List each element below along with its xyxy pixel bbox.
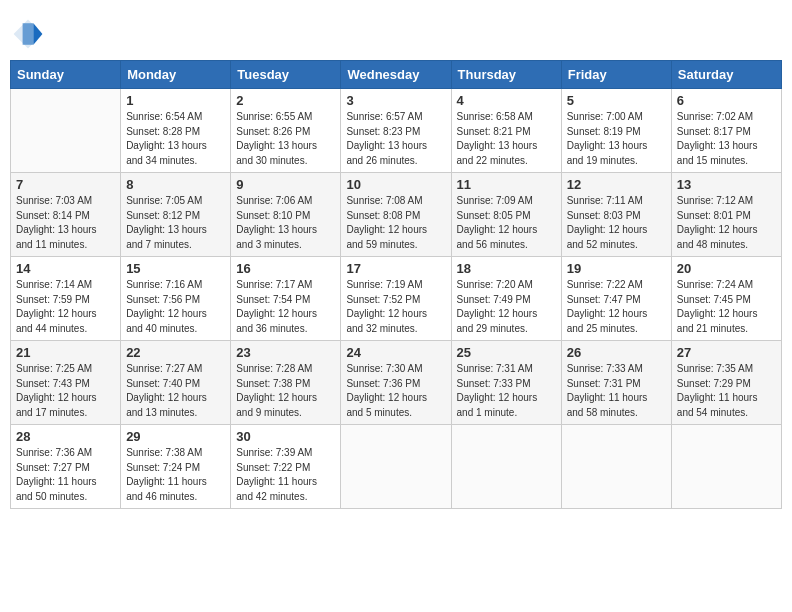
day-info: Sunrise: 7:11 AM Sunset: 8:03 PM Dayligh… (567, 194, 666, 252)
day-info: Sunrise: 7:38 AM Sunset: 7:24 PM Dayligh… (126, 446, 225, 504)
col-header-tuesday: Tuesday (231, 61, 341, 89)
day-number: 13 (677, 177, 776, 192)
calendar-cell: 13Sunrise: 7:12 AM Sunset: 8:01 PM Dayli… (671, 173, 781, 257)
col-header-thursday: Thursday (451, 61, 561, 89)
day-info: Sunrise: 6:55 AM Sunset: 8:26 PM Dayligh… (236, 110, 335, 168)
day-info: Sunrise: 7:33 AM Sunset: 7:31 PM Dayligh… (567, 362, 666, 420)
day-number: 25 (457, 345, 556, 360)
calendar-cell: 29Sunrise: 7:38 AM Sunset: 7:24 PM Dayli… (121, 425, 231, 509)
calendar-cell: 15Sunrise: 7:16 AM Sunset: 7:56 PM Dayli… (121, 257, 231, 341)
day-info: Sunrise: 7:30 AM Sunset: 7:36 PM Dayligh… (346, 362, 445, 420)
logo (10, 16, 50, 52)
calendar-cell: 10Sunrise: 7:08 AM Sunset: 8:08 PM Dayli… (341, 173, 451, 257)
day-number: 10 (346, 177, 445, 192)
col-header-wednesday: Wednesday (341, 61, 451, 89)
day-number: 11 (457, 177, 556, 192)
day-info: Sunrise: 7:20 AM Sunset: 7:49 PM Dayligh… (457, 278, 556, 336)
day-number: 17 (346, 261, 445, 276)
calendar-cell: 16Sunrise: 7:17 AM Sunset: 7:54 PM Dayli… (231, 257, 341, 341)
calendar-cell: 4Sunrise: 6:58 AM Sunset: 8:21 PM Daylig… (451, 89, 561, 173)
day-number: 24 (346, 345, 445, 360)
day-number: 21 (16, 345, 115, 360)
day-number: 3 (346, 93, 445, 108)
day-info: Sunrise: 7:36 AM Sunset: 7:27 PM Dayligh… (16, 446, 115, 504)
calendar-cell: 8Sunrise: 7:05 AM Sunset: 8:12 PM Daylig… (121, 173, 231, 257)
day-number: 5 (567, 93, 666, 108)
calendar-cell (671, 425, 781, 509)
col-header-saturday: Saturday (671, 61, 781, 89)
calendar-cell: 14Sunrise: 7:14 AM Sunset: 7:59 PM Dayli… (11, 257, 121, 341)
day-info: Sunrise: 7:25 AM Sunset: 7:43 PM Dayligh… (16, 362, 115, 420)
calendar-header-row: SundayMondayTuesdayWednesdayThursdayFrid… (11, 61, 782, 89)
calendar-table: SundayMondayTuesdayWednesdayThursdayFrid… (10, 60, 782, 509)
day-info: Sunrise: 7:12 AM Sunset: 8:01 PM Dayligh… (677, 194, 776, 252)
logo-icon (10, 16, 46, 52)
day-number: 22 (126, 345, 225, 360)
day-info: Sunrise: 7:02 AM Sunset: 8:17 PM Dayligh… (677, 110, 776, 168)
day-info: Sunrise: 7:22 AM Sunset: 7:47 PM Dayligh… (567, 278, 666, 336)
day-number: 4 (457, 93, 556, 108)
day-number: 29 (126, 429, 225, 444)
calendar-cell: 23Sunrise: 7:28 AM Sunset: 7:38 PM Dayli… (231, 341, 341, 425)
day-info: Sunrise: 7:08 AM Sunset: 8:08 PM Dayligh… (346, 194, 445, 252)
day-info: Sunrise: 7:19 AM Sunset: 7:52 PM Dayligh… (346, 278, 445, 336)
day-info: Sunrise: 7:14 AM Sunset: 7:59 PM Dayligh… (16, 278, 115, 336)
day-number: 2 (236, 93, 335, 108)
day-info: Sunrise: 7:16 AM Sunset: 7:56 PM Dayligh… (126, 278, 225, 336)
day-number: 18 (457, 261, 556, 276)
day-info: Sunrise: 7:27 AM Sunset: 7:40 PM Dayligh… (126, 362, 225, 420)
calendar-cell (561, 425, 671, 509)
calendar-cell: 24Sunrise: 7:30 AM Sunset: 7:36 PM Dayli… (341, 341, 451, 425)
day-number: 15 (126, 261, 225, 276)
calendar-cell: 1Sunrise: 6:54 AM Sunset: 8:28 PM Daylig… (121, 89, 231, 173)
day-number: 28 (16, 429, 115, 444)
day-info: Sunrise: 7:35 AM Sunset: 7:29 PM Dayligh… (677, 362, 776, 420)
calendar-week-row: 14Sunrise: 7:14 AM Sunset: 7:59 PM Dayli… (11, 257, 782, 341)
day-info: Sunrise: 7:05 AM Sunset: 8:12 PM Dayligh… (126, 194, 225, 252)
day-info: Sunrise: 7:31 AM Sunset: 7:33 PM Dayligh… (457, 362, 556, 420)
calendar-cell: 9Sunrise: 7:06 AM Sunset: 8:10 PM Daylig… (231, 173, 341, 257)
day-info: Sunrise: 7:24 AM Sunset: 7:45 PM Dayligh… (677, 278, 776, 336)
col-header-sunday: Sunday (11, 61, 121, 89)
day-number: 16 (236, 261, 335, 276)
calendar-week-row: 21Sunrise: 7:25 AM Sunset: 7:43 PM Dayli… (11, 341, 782, 425)
day-info: Sunrise: 6:57 AM Sunset: 8:23 PM Dayligh… (346, 110, 445, 168)
col-header-friday: Friday (561, 61, 671, 89)
day-info: Sunrise: 7:09 AM Sunset: 8:05 PM Dayligh… (457, 194, 556, 252)
calendar-cell: 17Sunrise: 7:19 AM Sunset: 7:52 PM Dayli… (341, 257, 451, 341)
calendar-cell (11, 89, 121, 173)
calendar-week-row: 7Sunrise: 7:03 AM Sunset: 8:14 PM Daylig… (11, 173, 782, 257)
day-number: 20 (677, 261, 776, 276)
day-info: Sunrise: 7:03 AM Sunset: 8:14 PM Dayligh… (16, 194, 115, 252)
day-info: Sunrise: 7:39 AM Sunset: 7:22 PM Dayligh… (236, 446, 335, 504)
calendar-cell: 6Sunrise: 7:02 AM Sunset: 8:17 PM Daylig… (671, 89, 781, 173)
day-info: Sunrise: 7:00 AM Sunset: 8:19 PM Dayligh… (567, 110, 666, 168)
day-number: 8 (126, 177, 225, 192)
svg-marker-1 (33, 23, 42, 45)
calendar-cell: 19Sunrise: 7:22 AM Sunset: 7:47 PM Dayli… (561, 257, 671, 341)
day-info: Sunrise: 7:28 AM Sunset: 7:38 PM Dayligh… (236, 362, 335, 420)
day-number: 1 (126, 93, 225, 108)
day-number: 27 (677, 345, 776, 360)
calendar-cell: 30Sunrise: 7:39 AM Sunset: 7:22 PM Dayli… (231, 425, 341, 509)
calendar-cell: 2Sunrise: 6:55 AM Sunset: 8:26 PM Daylig… (231, 89, 341, 173)
day-number: 6 (677, 93, 776, 108)
calendar-cell: 27Sunrise: 7:35 AM Sunset: 7:29 PM Dayli… (671, 341, 781, 425)
day-info: Sunrise: 7:17 AM Sunset: 7:54 PM Dayligh… (236, 278, 335, 336)
day-info: Sunrise: 6:58 AM Sunset: 8:21 PM Dayligh… (457, 110, 556, 168)
calendar-cell: 3Sunrise: 6:57 AM Sunset: 8:23 PM Daylig… (341, 89, 451, 173)
col-header-monday: Monday (121, 61, 231, 89)
day-number: 7 (16, 177, 115, 192)
calendar-cell: 25Sunrise: 7:31 AM Sunset: 7:33 PM Dayli… (451, 341, 561, 425)
calendar-week-row: 1Sunrise: 6:54 AM Sunset: 8:28 PM Daylig… (11, 89, 782, 173)
calendar-cell: 5Sunrise: 7:00 AM Sunset: 8:19 PM Daylig… (561, 89, 671, 173)
day-number: 26 (567, 345, 666, 360)
page-header (10, 10, 782, 52)
day-number: 23 (236, 345, 335, 360)
calendar-cell: 28Sunrise: 7:36 AM Sunset: 7:27 PM Dayli… (11, 425, 121, 509)
day-number: 14 (16, 261, 115, 276)
calendar-cell: 11Sunrise: 7:09 AM Sunset: 8:05 PM Dayli… (451, 173, 561, 257)
calendar-cell: 21Sunrise: 7:25 AM Sunset: 7:43 PM Dayli… (11, 341, 121, 425)
day-number: 12 (567, 177, 666, 192)
calendar-cell: 26Sunrise: 7:33 AM Sunset: 7:31 PM Dayli… (561, 341, 671, 425)
